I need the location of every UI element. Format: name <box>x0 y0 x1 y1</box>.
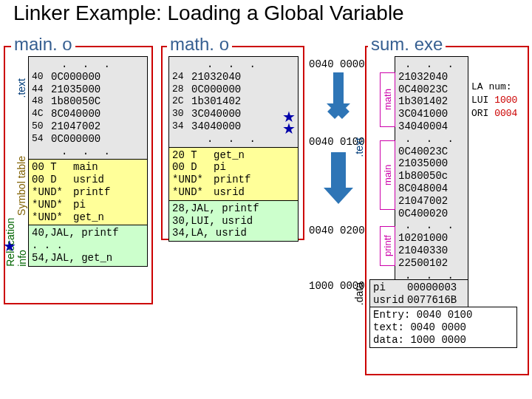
hex-row: 21032040 <box>398 71 465 83</box>
sym-row: 20 Tget_n <box>172 149 295 162</box>
dots: . . . <box>398 219 465 232</box>
svg-rect-0 <box>331 152 346 188</box>
reloc-row: 54,JAL, get_n <box>32 252 144 265</box>
slide-title: Linker Example: Loading a Global Variabl… <box>0 0 532 27</box>
arrow-icon <box>318 72 359 134</box>
vlabel-reloc: Relocation info <box>4 205 28 267</box>
main-o-group: . . . 400C0000004421035000481b80050C4C8C… <box>6 56 151 267</box>
text-row: 4C8C040000 <box>32 108 144 120</box>
math-o-sym-box: 20 Tget_n00 Dpi*UND*printf*UND*usrid <box>168 147 299 201</box>
note: ORI 0004 <box>471 108 517 119</box>
hex-row: 21035000 <box>398 157 465 170</box>
reloc-row: 28,JAL, printf <box>172 202 295 215</box>
entry-row: Entry: 0040 0100 <box>373 309 514 321</box>
main-o-reloc-box: 40,JAL, printf. . .54,JAL, get_n <box>28 225 148 266</box>
sym-row: 00 Dpi <box>172 161 295 174</box>
sum-text-box: . . . 210320400C40023C1b3014023C04100034… <box>395 56 468 284</box>
hex-row: 34040004 <box>398 120 465 133</box>
sym-row: *UND*usrid <box>172 186 295 199</box>
dots: . . . <box>32 146 144 158</box>
sum-data-box: pi00000003usrid0077616B <box>369 279 468 309</box>
sym-row: 00 Tmain <box>32 161 144 174</box>
hex-row: 10201000 <box>398 232 465 245</box>
text-row: 303C040000 <box>172 108 295 120</box>
dots: . . . <box>398 133 465 146</box>
sym-row: *UND*printf <box>172 174 295 186</box>
sym-row: *UND*get_n <box>32 211 144 224</box>
hex-row: 21040330 <box>398 245 465 257</box>
sym-row: 00 Dusrid <box>32 174 144 186</box>
sym-row: *UND*printf <box>32 186 144 199</box>
dots: . . . <box>172 133 295 146</box>
math-o-label: math. o <box>167 34 232 55</box>
dots: . . . <box>32 58 144 71</box>
hex-row: 1b301402 <box>398 95 465 108</box>
star-icon: ★ <box>282 120 296 137</box>
star-icon: ★ <box>3 237 16 255</box>
main-o-text-box: . . . 400C0000004421035000481b80050C4C8C… <box>28 56 148 160</box>
hex-row: 1b80050c <box>398 170 465 183</box>
hex-row: 3C041000 <box>398 108 465 120</box>
hex-row: 8C048004 <box>398 183 465 195</box>
entry-row: data: 1000 0000 <box>373 334 514 347</box>
math-o-group: . . . 2421032040280C0000002C1b301402303C… <box>164 56 301 242</box>
text-row: 2C1b301402 <box>172 95 295 108</box>
text-row: 540C000000 <box>32 133 144 146</box>
text-row: 2421032040 <box>172 71 295 83</box>
dots: . . . <box>398 58 465 71</box>
arrow-icon <box>318 152 359 214</box>
section-printf: printf <box>380 226 395 266</box>
hex-row: 0C40023C <box>398 83 465 96</box>
hex-row: 22500102 <box>398 257 465 270</box>
text-row: 3434040000 <box>172 120 295 133</box>
reloc-row: 40,JAL, printf <box>32 227 144 239</box>
text-row: 4421035000 <box>32 83 144 96</box>
text-row: 5021047002 <box>32 120 144 133</box>
main-o-sym-box: 00 Tmain00 Dusrid*UND*printf*UND*pi*UND*… <box>28 159 148 225</box>
reloc-row: 34,LA, usrid <box>172 227 295 239</box>
sym-row: *UND*pi <box>32 199 144 211</box>
main-o-label: main. o <box>11 34 75 55</box>
data-row: usrid0077616B <box>373 294 465 307</box>
addr-0: 0040 0000 <box>309 58 365 70</box>
math-o-reloc-box: 28,JAL, printf30,LUI, usrid34,LA, usrid <box>168 200 299 242</box>
data-row: pi00000003 <box>373 282 465 294</box>
hex-row: 0C40023C <box>398 146 465 158</box>
sum-exe-label: sum. exe <box>368 34 446 55</box>
dots: . . . <box>172 58 295 71</box>
sum-entry-box: Entry: 0040 0100text: 0040 0000data: 100… <box>369 307 517 348</box>
reloc-row: . . . <box>32 239 144 252</box>
reloc-row: 30,LUI, usrid <box>172 215 295 228</box>
section-main: main <box>380 140 395 210</box>
section-math: math <box>380 72 395 127</box>
text-row: 400C000000 <box>32 71 144 83</box>
note: LA num: <box>471 81 512 92</box>
vlabel-text: .text <box>16 78 27 98</box>
entry-row: text: 0040 0000 <box>373 321 514 334</box>
hex-row: 0C400020 <box>398 208 465 220</box>
addr-2: 0040 0200 <box>309 225 365 236</box>
text-row: 280C000000 <box>172 83 295 96</box>
text-row: 481b80050C <box>32 95 144 108</box>
math-o-text-box: . . . 2421032040280C0000002C1b301402303C… <box>168 56 299 148</box>
hex-row: 21047002 <box>398 195 465 208</box>
vlabel-data: .data <box>353 282 365 305</box>
note: LUI 1000 <box>471 95 517 106</box>
